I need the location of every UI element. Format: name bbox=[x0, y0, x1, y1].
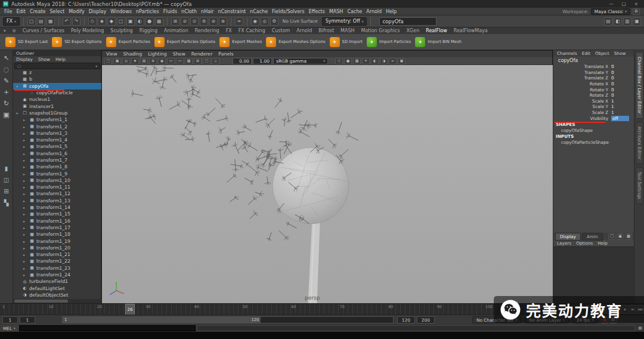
move-tool-icon[interactable]: + bbox=[1, 87, 13, 98]
camera-attributes-icon[interactable]: ◎ bbox=[122, 58, 130, 64]
export-meshes-button[interactable]: ✦ Export Meshes bbox=[219, 37, 262, 47]
channel-attribute-row[interactable]: Translate X 0 bbox=[553, 64, 634, 70]
outliner-item[interactable]: ▸ ▦ transform1_14 bbox=[13, 204, 101, 211]
textured-icon[interactable]: ▦ bbox=[353, 58, 361, 64]
channel-attribute-row[interactable]: Rotate Z 0 bbox=[553, 93, 634, 98]
menu-item[interactable]: Help bbox=[386, 9, 397, 14]
layer-editor-menu-item[interactable]: Layers bbox=[557, 241, 571, 246]
expand-arrow-icon[interactable]: ▾ bbox=[16, 84, 20, 88]
outliner-item[interactable]: ▸ ▦ transform1_20 bbox=[13, 245, 101, 251]
expand-arrow-icon[interactable]: ▸ bbox=[23, 178, 27, 183]
export-particles-options-button[interactable]: ✦ Export Particles Options bbox=[154, 37, 215, 47]
command-line-input[interactable] bbox=[19, 325, 196, 331]
channel-box-toggle-icon[interactable]: ▥ bbox=[623, 17, 631, 26]
menu-item[interactable]: Select bbox=[49, 9, 64, 14]
range-slider-track[interactable]: 1 120 bbox=[62, 316, 394, 323]
viewport-menu-item[interactable]: View bbox=[106, 51, 117, 57]
outliner-item[interactable]: ▸ ▦ transform1_2 bbox=[13, 123, 101, 130]
sidebar-tab[interactable]: Channel Box / Layer Editor bbox=[636, 52, 643, 119]
outliner-item[interactable]: ▸ ▦ transform1_10 bbox=[13, 177, 101, 184]
outliner-horizontal-scrollbar[interactable] bbox=[13, 299, 101, 303]
attribute-value[interactable]: off bbox=[611, 116, 629, 121]
menu-item[interactable]: File bbox=[4, 9, 12, 14]
layer-editor-tab[interactable]: Display bbox=[555, 233, 581, 241]
outliner-item[interactable]: ◑ defaultObjectSet bbox=[13, 292, 101, 298]
outliner-item[interactable]: ▸ ▦ transform1_17 bbox=[13, 224, 101, 231]
menu-item[interactable]: Modify bbox=[69, 9, 85, 14]
outliner-menu-item[interactable]: Show bbox=[38, 57, 50, 62]
shelf-tab[interactable]: RealFlowMaya bbox=[454, 28, 488, 33]
bookmarks-icon[interactable]: ★ bbox=[131, 58, 139, 64]
symmetry-selector[interactable]: Symmetry: Off▾ bbox=[322, 17, 367, 26]
ipr-render-icon[interactable]: ◎ bbox=[261, 17, 269, 26]
expand-arrow-icon[interactable]: ▸ bbox=[23, 252, 27, 257]
playback-end-field[interactable] bbox=[397, 316, 415, 323]
outliner-item[interactable]: ▸ ▦ transform1_15 bbox=[13, 211, 101, 217]
menu-item[interactable]: Create bbox=[30, 9, 46, 14]
expand-arrow-icon[interactable]: ▸ bbox=[23, 172, 27, 176]
menu-item[interactable]: Effects bbox=[309, 9, 325, 14]
export-meshes-options-button[interactable]: ✦ Export Meshes Options bbox=[266, 37, 325, 47]
shelf-tab[interactable]: MASH bbox=[340, 28, 354, 33]
expand-arrow-icon[interactable]: ▸ bbox=[23, 226, 27, 230]
channel-box-node-row[interactable]: INPUTS bbox=[553, 133, 634, 139]
expand-arrow-icon[interactable]: ▸ bbox=[23, 158, 27, 162]
scale-tool-icon[interactable]: ▣ bbox=[1, 109, 13, 121]
menu-item[interactable]: MASH bbox=[329, 9, 343, 14]
menu-item[interactable]: Fields/Solvers bbox=[272, 9, 305, 14]
isolate-select-icon[interactable]: ▣ bbox=[398, 58, 405, 64]
attribute-value[interactable]: 0 bbox=[611, 70, 629, 75]
shelf-menu-icon[interactable]: ▾ bbox=[4, 29, 6, 33]
outliner-item[interactable]: ▸ ▦ transform1_13 bbox=[13, 198, 101, 204]
outliner-item[interactable]: ▸ ▦ transform1_9 bbox=[13, 170, 101, 177]
expand-arrow-icon[interactable]: ▸ bbox=[23, 118, 27, 122]
outliner-item[interactable]: ▸ ▦ transform1_24 bbox=[13, 272, 101, 278]
channel-attribute-row[interactable]: Scale X 1 bbox=[553, 98, 634, 104]
menu-item[interactable]: Edit bbox=[16, 9, 26, 14]
render-settings-icon[interactable]: ⚙ bbox=[270, 17, 278, 26]
lock-camera-icon[interactable]: ▣ bbox=[113, 58, 121, 64]
two-pane-layout-icon[interactable]: ◫ bbox=[1, 175, 13, 185]
safe-title-icon[interactable]: ▫ bbox=[212, 58, 219, 64]
export-particles-button[interactable]: ✦ Export Particles bbox=[106, 37, 150, 47]
shelf-tab[interactable]: FX bbox=[226, 28, 232, 33]
viewport-menu-item[interactable]: Lighting bbox=[148, 51, 167, 57]
mask-rendering-icon[interactable]: ▦ bbox=[155, 17, 163, 26]
shelf-tab[interactable]: Custom bbox=[272, 28, 290, 33]
close-button[interactable]: × bbox=[631, 1, 641, 7]
shelf-tab[interactable]: XGen bbox=[407, 28, 420, 33]
oversampling-icon[interactable]: ◉ bbox=[158, 58, 166, 64]
safe-action-icon[interactable]: □ bbox=[203, 58, 210, 64]
script-editor-icon[interactable]: ▤ bbox=[636, 326, 644, 331]
animation-start-field[interactable] bbox=[2, 316, 18, 323]
shelf-tab[interactable]: Arnold bbox=[296, 28, 312, 33]
outliner-item[interactable]: ▸ ▦ transform1_8 bbox=[13, 164, 101, 170]
outliner-item[interactable]: ▸ ▦ transform1_18 bbox=[13, 231, 101, 238]
expand-arrow-icon[interactable]: ▸ bbox=[23, 232, 27, 236]
outliner-item[interactable]: ◐ defaultLightSet bbox=[13, 285, 101, 292]
single-pane-layout-icon[interactable]: ▮ bbox=[1, 164, 13, 174]
menu-item[interactable]: Display bbox=[89, 9, 107, 14]
attribute-value[interactable]: 1 bbox=[611, 98, 629, 104]
outliner-item[interactable]: ▦ b bbox=[13, 76, 101, 82]
expand-arrow-icon[interactable]: ▸ bbox=[23, 273, 27, 277]
viewport-menu-item[interactable]: Shading bbox=[123, 51, 143, 57]
workspace-gear-icon[interactable]: ⚙ bbox=[633, 8, 640, 15]
outliner-item[interactable]: ▸ ▦ transform1_12 bbox=[13, 190, 101, 197]
lasso-tool-icon[interactable]: ◌ bbox=[1, 64, 13, 75]
sidebar-tab[interactable]: Attribute Editor bbox=[636, 122, 643, 164]
menu-set-selector[interactable]: FX▾ bbox=[3, 17, 20, 26]
outliner-item[interactable]: ▸ ▦ transform1_7 bbox=[13, 157, 101, 164]
resolution-gate-icon[interactable]: ▭ bbox=[176, 58, 184, 64]
viewport-3d-scene[interactable]: persp bbox=[102, 65, 553, 304]
maximize-button[interactable]: □ bbox=[619, 1, 628, 7]
channel-attribute-row[interactable]: Scale Y 1 bbox=[553, 104, 634, 110]
redo-icon[interactable]: ↷ bbox=[72, 17, 80, 26]
outliner-item[interactable]: ▸ ▦ transform1_4 bbox=[13, 137, 101, 143]
viewport-menu-item[interactable]: Panels bbox=[218, 51, 233, 57]
channel-box-node-row[interactable]: copyOfaShape bbox=[553, 127, 634, 133]
outliner-item[interactable]: ▸ ▦ transform1_19 bbox=[13, 238, 101, 244]
expand-arrow-icon[interactable]: ▸ bbox=[23, 152, 27, 156]
expand-arrow-icon[interactable]: ▸ bbox=[23, 125, 27, 129]
select-by-object-icon[interactable]: ◈ bbox=[98, 17, 106, 26]
